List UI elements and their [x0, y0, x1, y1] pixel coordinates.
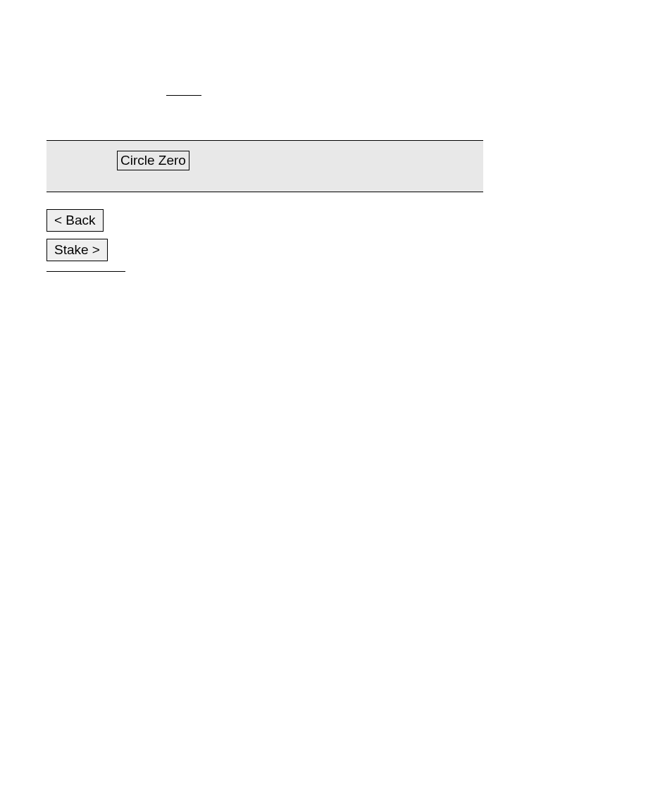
gray-band: Circle Zero [46, 140, 483, 192]
bottom-underline [46, 271, 125, 272]
buttons-area: < Back Stake > [46, 209, 672, 272]
top-underline-row [46, 85, 672, 99]
main-container: Circle Zero < Back Stake > [0, 0, 672, 272]
stake-button[interactable]: Stake > [46, 239, 108, 261]
underline-segment [166, 95, 201, 96]
back-button[interactable]: < Back [46, 209, 104, 232]
circle-zero-box[interactable]: Circle Zero [117, 151, 189, 170]
